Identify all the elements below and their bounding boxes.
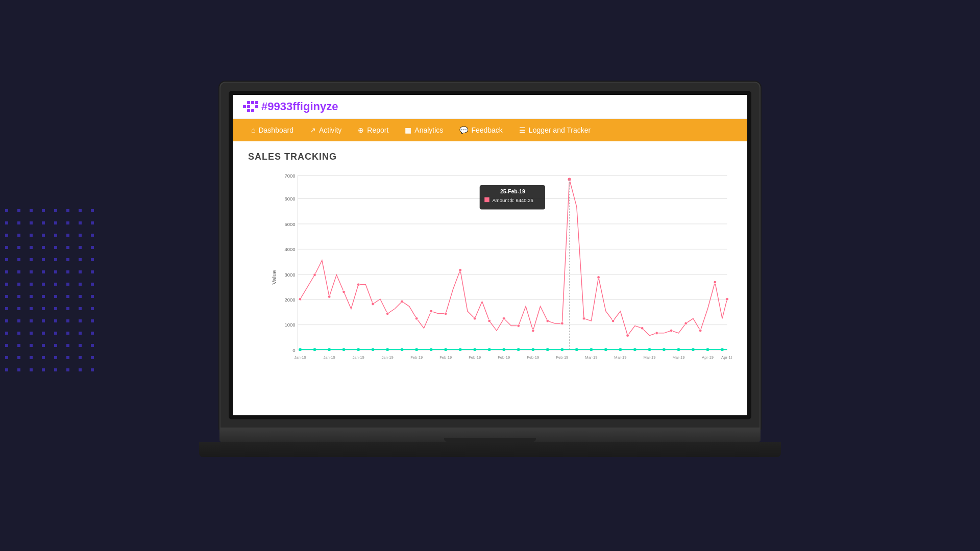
svg-point-29 [459,268,462,271]
svg-point-27 [430,310,433,313]
svg-text:5000: 5000 [284,221,295,227]
svg-point-64 [517,348,520,351]
svg-point-41 [626,334,629,337]
svg-point-60 [459,348,462,351]
svg-point-66 [546,348,549,351]
page-title: SALES TRACKING [248,152,732,162]
svg-text:Mar-19: Mar-19 [672,355,684,360]
laptop-footer [199,442,781,457]
logger-icon: ☰ [519,126,526,134]
svg-point-45 [684,322,688,325]
svg-text:Feb-19: Feb-19 [527,355,539,360]
svg-text:7000: 7000 [284,173,295,179]
nav-feedback[interactable]: 💬 Feedback [451,119,510,141]
svg-point-34 [531,329,534,332]
svg-point-47 [714,281,717,284]
svg-text:6000: 6000 [284,196,295,202]
svg-text:0: 0 [292,347,295,353]
svg-point-36 [560,322,564,325]
content-area: SALES TRACKING Value 0 1000 [233,141,747,410]
svg-text:Mar-19: Mar-19 [614,355,626,360]
activity-icon: ↗ [310,126,316,134]
svg-point-42 [641,327,644,330]
svg-point-63 [502,348,505,351]
nav-analytics[interactable]: ▦ Analytics [397,119,451,141]
svg-point-38 [582,317,585,320]
svg-text:3000: 3000 [284,272,295,278]
analytics-icon: ▦ [405,126,411,134]
svg-point-35 [546,319,549,322]
svg-point-68 [575,348,578,351]
svg-point-51 [328,348,331,351]
svg-text:2000: 2000 [284,297,295,303]
svg-point-70 [604,348,607,351]
svg-point-24 [386,312,389,315]
nav-dashboard-label: Dashboard [258,126,293,134]
feedback-icon: 💬 [459,126,468,134]
nav-dashboard[interactable]: ⌂ Dashboard [243,119,302,141]
sales-chart: Value 0 1000 2000 3000 [271,170,732,374]
svg-point-71 [619,348,622,351]
svg-point-54 [372,348,375,351]
svg-text:Jan-19: Jan-19 [323,355,335,360]
svg-text:Jan-19: Jan-19 [382,355,394,360]
svg-point-75 [677,348,680,351]
svg-text:Feb-19: Feb-19 [439,355,452,360]
nav-logger-label: Logger and Tracker [529,126,591,134]
nav-report[interactable]: ⊕ Report [350,119,397,141]
laptop-base [219,429,761,442]
svg-text:Mar-19: Mar-19 [643,355,655,360]
svg-point-48 [726,297,729,300]
svg-point-62 [488,348,491,351]
report-icon: ⊕ [358,126,364,134]
svg-point-39 [597,276,600,279]
laptop-frame: #9933ffiginyze ⌂ Dashboard ↗ Activity [219,82,761,469]
svg-point-74 [663,348,666,351]
svg-text:25-Feb-19: 25-Feb-19 [500,189,525,194]
svg-point-56 [401,348,404,351]
svg-point-33 [517,324,520,328]
svg-point-65 [531,348,534,351]
decorative-dots: const dp = document.querySelector('.dots… [0,204,92,383]
svg-point-30 [473,317,476,320]
svg-point-72 [633,348,636,351]
svg-text:Feb-19: Feb-19 [498,355,510,360]
svg-text:Apr-19: Apr-19 [721,355,732,360]
nav-activity-label: Activity [319,126,341,134]
logo-icon [243,101,258,112]
svg-point-46 [699,329,702,332]
svg-point-78 [721,348,724,351]
svg-text:Jan-19: Jan-19 [352,355,364,360]
svg-point-40 [611,319,615,322]
nav-logger[interactable]: ☰ Logger and Tracker [511,119,599,141]
svg-point-61 [473,348,476,351]
app-header: #9933ffiginyze [233,95,747,119]
dashboard-icon: ⌂ [251,126,255,134]
svg-point-20 [328,295,331,298]
svg-point-52 [342,348,346,351]
svg-text:Feb-19: Feb-19 [556,355,568,360]
svg-text:Value: Value [271,270,277,284]
nav-report-label: Report [367,126,388,134]
svg-point-23 [372,303,375,306]
nav-activity[interactable]: ↗ Activity [302,119,350,141]
svg-point-53 [357,348,360,351]
svg-point-44 [670,329,673,332]
svg-text:Mar-19: Mar-19 [585,355,597,360]
svg-text:Amount $: 6440.25: Amount $: 6440.25 [492,197,533,203]
svg-text:4000: 4000 [284,246,295,252]
svg-point-31 [488,319,491,322]
logo: #9933ffiginyze [243,100,338,113]
nav-bar: ⌂ Dashboard ↗ Activity ⊕ Report ▦ [233,119,747,141]
svg-point-32 [502,317,505,320]
svg-point-18 [299,297,302,300]
svg-point-57 [415,348,418,351]
svg-point-22 [357,283,360,286]
svg-point-19 [313,273,316,277]
svg-text:Feb-19: Feb-19 [469,355,481,360]
svg-point-59 [444,348,447,351]
svg-point-73 [648,348,651,351]
chart-container: Value 0 1000 2000 3000 [248,170,732,400]
svg-point-69 [590,348,593,351]
svg-point-49 [299,348,302,351]
